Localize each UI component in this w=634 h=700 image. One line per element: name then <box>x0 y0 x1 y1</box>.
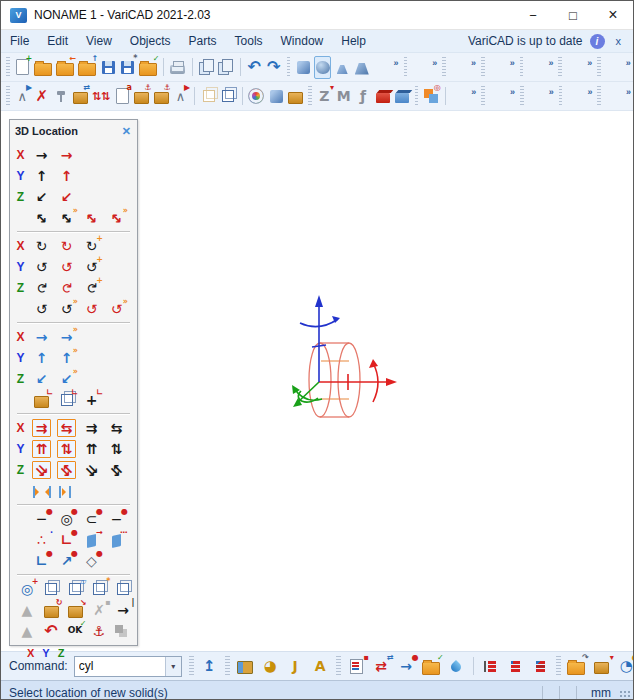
toolbar-grip[interactable] <box>189 656 194 676</box>
3d-viewport[interactable]: 3D Location ✕ X→→Y↑↑Z↙↙↔↔»↔↔»X↻↻↻+Y↺↺↺+Z… <box>1 111 633 651</box>
move-to-plane-icon[interactable]: → <box>81 530 102 550</box>
save-all-icon[interactable]: * <box>119 56 137 79</box>
thread-drill-2-icon[interactable]: M <box>335 85 352 108</box>
drop-solid-icon[interactable]: ↘ <box>65 600 86 620</box>
menu-view[interactable]: View <box>77 32 121 50</box>
move-object-icon[interactable]: ⇄ <box>72 85 89 108</box>
undo-icon[interactable]: ↶ <box>245 56 263 79</box>
menu-file[interactable]: File <box>1 32 38 50</box>
rotate-z-icon[interactable]: ↻ <box>31 278 52 298</box>
wire-view-icon[interactable] <box>219 85 236 108</box>
mirror-z-3-icon[interactable]: ⇉ <box>81 460 102 480</box>
minimize-button[interactable]: − <box>513 1 553 29</box>
menu-window[interactable]: Window <box>272 32 333 50</box>
toolbar-grip[interactable] <box>481 57 485 77</box>
rotate-y-red-icon[interactable]: ↺ <box>56 257 77 277</box>
mirror-z-1-icon[interactable]: ⇉ <box>31 460 52 480</box>
edit-attribute-text-icon[interactable]: a <box>114 85 131 108</box>
move-diagonal-red-step-icon[interactable]: ↔» <box>106 208 127 228</box>
place-on-solid-icon[interactable]: ∟ <box>31 390 52 410</box>
toolbar-expand-icon[interactable]: » <box>432 58 437 68</box>
menu-help[interactable]: Help <box>332 32 375 50</box>
back-disabled-icon[interactable]: ▲ <box>17 621 38 641</box>
snap-endpoint-icon[interactable]: ─● <box>31 509 52 529</box>
rotate-x-red-icon[interactable]: ↻ <box>56 236 77 256</box>
info-icon[interactable]: i <box>590 34 605 49</box>
title-bar[interactable]: V NONAME 1 - VariCAD 2021-2.03 − □ × <box>1 1 633 30</box>
wire-view-ghost-icon[interactable] <box>200 85 217 108</box>
paste-icon[interactable] <box>217 56 235 79</box>
confirm-ok-icon[interactable]: OK✓ <box>65 621 86 641</box>
toolbar-grip[interactable] <box>6 86 10 106</box>
edit-anchor-icon[interactable]: ⚓ <box>152 85 169 108</box>
align-offset-icon[interactable] <box>56 481 77 501</box>
resize-grip[interactable] <box>619 690 631 700</box>
toolbar-grip[interactable] <box>559 86 563 106</box>
prev-disabled-icon[interactable]: ▲ <box>17 600 38 620</box>
assembly-tree-2-icon[interactable] <box>504 655 527 678</box>
view-cube-light-icon[interactable]: * <box>89 579 110 599</box>
mirror-z-2-icon[interactable]: ⇆ <box>56 460 77 480</box>
mirror-y-3-icon[interactable]: ⇈ <box>81 439 102 459</box>
solid-preview-box-icon[interactable] <box>287 85 304 108</box>
toolbar-expand-icon[interactable]: » <box>626 87 631 97</box>
combo-dropdown-icon[interactable]: ▾ <box>165 657 181 676</box>
menu-tools[interactable]: Tools <box>226 32 272 50</box>
menu-edit[interactable]: Edit <box>38 32 77 50</box>
shift-x-icon[interactable]: → <box>31 327 52 347</box>
copy-icon[interactable] <box>197 56 215 79</box>
open-recent-icon[interactable]: ↑ <box>77 56 97 79</box>
rotate-y-plus-icon[interactable]: ↺+ <box>81 257 102 277</box>
toolbar-expand-icon[interactable]: » <box>587 87 592 97</box>
mirror-x-3-icon[interactable]: ⇉ <box>81 418 102 438</box>
view-cube-plane-icon[interactable]: ▱ <box>65 579 86 599</box>
save-icon[interactable] <box>99 56 117 79</box>
mirror-x-4-icon[interactable]: ⇆ <box>106 418 127 438</box>
toolbar-grip[interactable] <box>481 86 485 106</box>
shift-x-step-icon[interactable]: →» <box>56 327 77 347</box>
toolbar-grip[interactable] <box>520 86 524 106</box>
rotate-free-red-icon[interactable]: ↺ <box>81 299 102 319</box>
move-copy-disabled-icon[interactable] <box>113 621 134 641</box>
close-button[interactable]: × <box>593 1 633 29</box>
move-x-step-icon[interactable]: → <box>56 145 77 165</box>
toolbar-expand-icon[interactable]: » <box>471 58 476 68</box>
snap-midpoint-icon[interactable]: −● <box>106 509 127 529</box>
points-vector-icon[interactable]: ↗● <box>56 551 77 571</box>
menu-parts[interactable]: Parts <box>180 32 226 50</box>
step-next-icon[interactable]: →| <box>113 600 134 620</box>
print-icon[interactable] <box>169 56 187 79</box>
toolbar-grip[interactable] <box>597 57 601 77</box>
toolbar-expand-icon[interactable]: » <box>510 58 515 68</box>
place-on-wire-icon[interactable]: ∟ <box>56 390 77 410</box>
toolbar-grip[interactable] <box>404 57 408 77</box>
update-parts-icon[interactable]: ◔● <box>615 655 634 678</box>
mirror-x-2-icon[interactable]: ⇆ <box>56 418 77 438</box>
toolbar-grip[interactable] <box>442 57 446 77</box>
toolbar-expand-icon[interactable]: » <box>587 58 592 68</box>
rotate-y-icon[interactable]: ↺ <box>31 257 52 277</box>
rotate-x-icon[interactable]: ↻ <box>31 236 52 256</box>
shift-z-step-icon[interactable]: ↙» <box>56 369 77 389</box>
move-y-icon[interactable]: ↑ <box>31 166 52 186</box>
align-between-icon[interactable] <box>31 481 52 501</box>
toolbar-grip[interactable] <box>597 86 601 106</box>
maximize-button[interactable]: □ <box>553 1 593 29</box>
rotate-free-red-step-icon[interactable]: ↺» <box>106 299 127 319</box>
rotate-free-step-icon[interactable]: ↺» <box>56 299 77 319</box>
command-input[interactable] <box>75 657 165 676</box>
solid-text-tool-icon[interactable]: A <box>309 655 332 678</box>
move-z-icon[interactable]: ↙ <box>31 187 52 207</box>
move-diagonal-step-icon[interactable]: ↔» <box>56 208 77 228</box>
rotate-free-icon[interactable]: ↺ <box>31 299 52 319</box>
rotate-z-red-icon[interactable]: ↻ <box>56 278 77 298</box>
toolbar-expand-icon[interactable]: » <box>549 87 554 97</box>
move-x-icon[interactable]: → <box>31 145 52 165</box>
project-to-plane-icon[interactable]: ⋯ <box>106 530 127 550</box>
mirror-x-1-icon[interactable]: ⇉ <box>31 418 52 438</box>
stamp-tool-icon[interactable] <box>52 85 69 108</box>
zoom-target-icon[interactable]: ◎+ <box>17 579 38 599</box>
shift-y-step-icon[interactable]: ↑» <box>56 348 77 368</box>
copy-attributes-icon[interactable]: ▪ <box>345 655 368 678</box>
toolbar-expand-icon[interactable]: » <box>394 58 399 68</box>
